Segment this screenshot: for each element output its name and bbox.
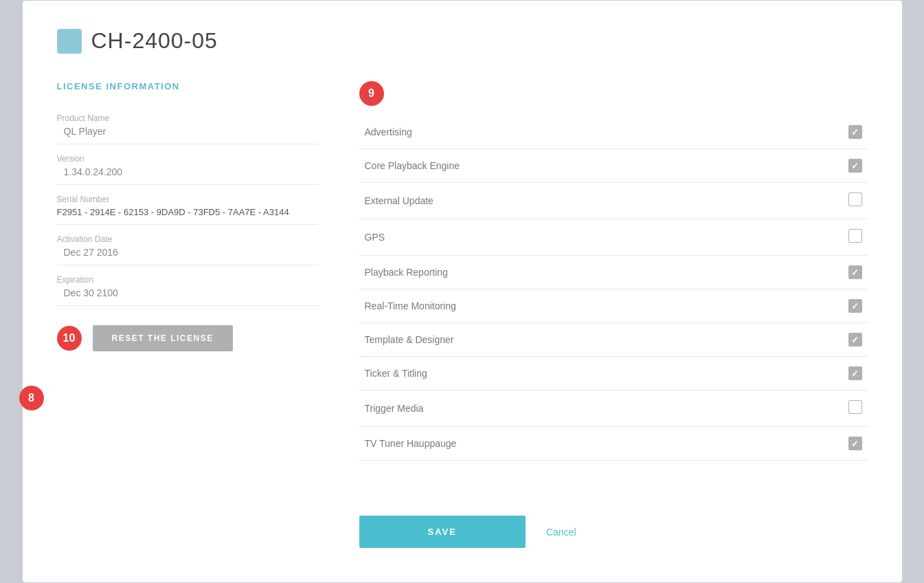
feature-check-cell (840, 183, 868, 219)
feature-row: Template & Designer (359, 323, 868, 357)
license-section-title: LICENSE INFORMATION (57, 81, 318, 91)
activation-date-field: Activation Date Dec 27 2016 (57, 225, 318, 265)
feature-row: Real-Time Monitoring (359, 289, 868, 323)
main-card: CH-2400-05 LICENSE INFORMATION Product N… (23, 1, 902, 582)
feature-name: Playback Reporting (359, 256, 840, 289)
header-icon (57, 29, 82, 54)
feature-row: Playback Reporting (359, 256, 868, 289)
feature-name: External Update (359, 183, 840, 219)
serial-number-value: F2951 - 2914E - 62153 - 9DA9D - 73FD5 - … (57, 207, 318, 217)
feature-name: TV Tuner Hauppauge (359, 427, 840, 461)
feature-check-cell (840, 357, 868, 390)
serial-number-label: Serial Number (57, 195, 318, 204)
reset-area: 10 RESET THE LICENSE (57, 325, 318, 351)
feature-row: Trigger Media (359, 390, 868, 427)
feature-name: Advertising (359, 116, 840, 149)
badge-10: 10 (57, 326, 82, 351)
version-value: 1.34.0.24.200 (57, 166, 318, 177)
feature-check-cell (840, 149, 868, 183)
feature-check-cell (840, 323, 868, 357)
badge-9: 9 (359, 81, 384, 106)
right-panel: 9 AdvertisingCore Playback EngineExterna… (359, 81, 868, 461)
feature-name: Template & Designer (359, 323, 840, 357)
feature-checkbox[interactable] (848, 125, 862, 139)
page-title: CH-2400-05 (91, 28, 218, 54)
feature-row: Ticker & Titling (359, 357, 868, 390)
expiration-label: Expiration (57, 275, 318, 285)
product-name-label: Product Name (57, 113, 318, 123)
feature-checkbox[interactable] (848, 192, 862, 206)
badge-8: 8 (19, 386, 44, 410)
footer: SAVE Cancel (57, 516, 868, 548)
feature-name: Ticker & Titling (359, 357, 840, 390)
feature-row: External Update (359, 183, 868, 219)
feature-check-cell (840, 116, 868, 149)
feature-check-cell (840, 289, 868, 323)
serial-number-field: 8 Serial Number F2951 - 2914E - 62153 - … (57, 185, 318, 225)
feature-name: GPS (359, 219, 840, 256)
feature-check-cell (840, 256, 868, 289)
feature-checkbox[interactable] (848, 299, 862, 313)
expiration-field: Expiration Dec 30 2100 (57, 265, 318, 306)
feature-name: Real-Time Monitoring (359, 289, 840, 323)
feature-checkbox[interactable] (848, 229, 862, 243)
feature-check-cell (840, 390, 868, 427)
feature-name: Core Playback Engine (359, 149, 840, 183)
save-button[interactable]: SAVE (359, 516, 526, 548)
product-name-value: QL Player (57, 126, 318, 137)
left-panel: LICENSE INFORMATION Product Name QL Play… (57, 81, 318, 461)
cancel-link[interactable]: Cancel (546, 527, 576, 538)
feature-checkbox[interactable] (848, 366, 862, 380)
product-name-field: Product Name QL Player (57, 104, 318, 144)
feature-row: GPS (359, 219, 868, 256)
expiration-value: Dec 30 2100 (57, 287, 318, 298)
feature-check-cell (840, 219, 868, 256)
content-area: LICENSE INFORMATION Product Name QL Play… (57, 81, 868, 461)
activation-date-label: Activation Date (57, 234, 318, 244)
feature-list: AdvertisingCore Playback EngineExternal … (359, 116, 868, 461)
feature-checkbox[interactable] (848, 437, 862, 450)
feature-check-cell (840, 427, 868, 461)
version-label: Version (57, 154, 318, 164)
feature-row: Advertising (359, 116, 868, 149)
feature-checkbox[interactable] (848, 400, 862, 414)
feature-checkbox[interactable] (848, 159, 862, 173)
page-header: CH-2400-05 (57, 28, 868, 54)
feature-row: Core Playback Engine (359, 149, 868, 183)
feature-checkbox[interactable] (848, 333, 862, 346)
reset-license-button[interactable]: RESET THE LICENSE (93, 325, 233, 351)
version-field: Version 1.34.0.24.200 (57, 144, 318, 185)
feature-name: Trigger Media (359, 390, 840, 427)
activation-date-value: Dec 27 2016 (57, 247, 318, 258)
back-arrow[interactable]: ‹ (2, 260, 8, 282)
feature-checkbox[interactable] (848, 265, 862, 279)
feature-row: TV Tuner Hauppauge (359, 427, 868, 461)
